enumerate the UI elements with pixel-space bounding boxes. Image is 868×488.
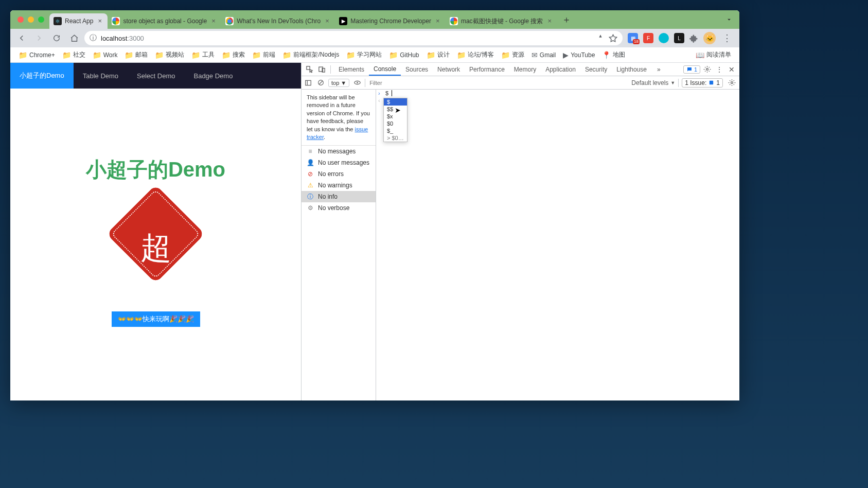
extension-icon[interactable]: L bbox=[674, 33, 684, 43]
console-filter-item[interactable]: ⊘No errors bbox=[302, 168, 376, 180]
console-sidebar-toggle-icon[interactable] bbox=[304, 77, 313, 89]
devtools-tab[interactable]: Memory bbox=[509, 63, 541, 76]
extension-icon[interactable]: ▦18 bbox=[628, 33, 638, 43]
console-output[interactable]: › $ ‹ $$$$x$0$_> $0… ➤ bbox=[376, 90, 739, 400]
tab-close-icon[interactable]: × bbox=[96, 18, 103, 25]
bookmark-item[interactable]: 📁Chrome+ bbox=[15, 49, 58, 61]
console-settings-icon[interactable] bbox=[726, 77, 737, 89]
new-tab-button[interactable]: ＋ bbox=[559, 12, 574, 27]
content-row: 小超子的DemoTable DemoSelect DemoBadge Demo … bbox=[10, 63, 739, 400]
clear-console-icon[interactable] bbox=[316, 77, 325, 89]
autocomplete-item[interactable]: $x bbox=[384, 113, 407, 120]
autocomplete-item[interactable]: $0 bbox=[384, 120, 407, 127]
tab-close-icon[interactable]: × bbox=[434, 18, 441, 25]
bookmark-item[interactable]: 📁搜索 bbox=[219, 49, 248, 61]
bookmark-item[interactable]: ✉Gmail bbox=[528, 49, 559, 61]
tab-title: What's New In DevTools (Chro bbox=[237, 18, 321, 25]
user-icon: 👤 bbox=[307, 159, 314, 166]
extension-icon[interactable] bbox=[659, 33, 669, 43]
console-filter-item[interactable]: ⚙No verbose bbox=[302, 202, 376, 214]
bookmark-item[interactable]: 📁论坛/博客 bbox=[454, 49, 497, 61]
filter-label: No user messages bbox=[318, 159, 369, 166]
translate-icon[interactable] bbox=[596, 34, 605, 42]
devtools-tab[interactable]: Elements bbox=[334, 63, 369, 76]
devtools-menu-icon[interactable]: ⋮ bbox=[714, 64, 725, 75]
autocomplete-item[interactable]: $ bbox=[384, 98, 407, 106]
bookmark-item[interactable]: 📁GitHub bbox=[386, 49, 422, 61]
console-filter-item[interactable]: ⚠No warnings bbox=[302, 180, 376, 191]
bookmark-item[interactable]: 📁学习网站 bbox=[343, 49, 385, 61]
home-button[interactable] bbox=[67, 31, 81, 45]
tab-overflow-button[interactable] bbox=[723, 13, 735, 26]
browser-tab[interactable]: ⚛React App× bbox=[49, 13, 108, 29]
devtools-more-tabs[interactable]: » bbox=[652, 63, 665, 76]
minimize-window-button[interactable] bbox=[28, 16, 34, 23]
extension-icon[interactable]: F bbox=[643, 33, 653, 43]
devtools-tab[interactable]: Performance bbox=[465, 63, 509, 76]
browser-tab[interactable]: mac截图快捷键 - Google 搜索× bbox=[446, 13, 557, 29]
page-nav-item[interactable]: Select Demo bbox=[128, 63, 184, 89]
bookmark-item[interactable]: 📁前端 bbox=[249, 49, 278, 61]
console-filter-item[interactable]: ⓘNo info bbox=[302, 191, 376, 202]
page-nav-item[interactable]: 小超子的Demo bbox=[10, 63, 74, 89]
extensions-menu-icon[interactable] bbox=[689, 34, 698, 43]
page-nav-item[interactable]: Badge Demo bbox=[184, 63, 242, 89]
forward-button[interactable] bbox=[32, 31, 46, 45]
site-info-icon[interactable]: ⓘ bbox=[90, 33, 97, 43]
chrome-menu-button[interactable]: ⋮ bbox=[721, 32, 733, 44]
devtools-tab[interactable]: Security bbox=[580, 63, 612, 76]
bookmark-item[interactable]: 📁工具 bbox=[188, 49, 218, 61]
bookmark-item[interactable]: 📁设计 bbox=[423, 49, 453, 61]
live-expression-icon[interactable] bbox=[352, 77, 362, 89]
bookmark-item[interactable]: 📖阅读清单 bbox=[693, 49, 734, 61]
browser-tab[interactable]: ▶Mastering Chrome Developer× bbox=[335, 13, 446, 29]
issues-badge[interactable]: 1 Issue: 1 bbox=[682, 78, 723, 88]
bookmark-label: 阅读清单 bbox=[706, 50, 731, 59]
bookmark-star-icon[interactable] bbox=[609, 34, 617, 43]
bookmark-item[interactable]: 📁邮箱 bbox=[121, 49, 151, 61]
autocomplete-item[interactable]: $_ bbox=[384, 127, 407, 134]
console-filter-item[interactable]: ≡No messages bbox=[302, 146, 376, 157]
bookmark-item[interactable]: 📍地图 bbox=[599, 49, 628, 61]
console-levels-select[interactable]: Default levels▼ bbox=[631, 79, 675, 86]
devtools-settings-icon[interactable] bbox=[701, 64, 713, 75]
devtools-tab[interactable]: Network bbox=[433, 63, 465, 76]
folder-icon: 📁 bbox=[93, 51, 101, 59]
tab-close-icon[interactable]: × bbox=[546, 18, 553, 25]
autocomplete-item[interactable]: > $0… bbox=[384, 134, 407, 142]
bookmark-item[interactable]: 📁资源 bbox=[498, 49, 527, 61]
console-filter-input[interactable] bbox=[368, 79, 471, 87]
profile-avatar[interactable]: 🐱 bbox=[703, 32, 716, 44]
inspect-element-icon[interactable] bbox=[304, 64, 315, 75]
devtools-close-icon[interactable]: ✕ bbox=[726, 64, 737, 75]
close-window-button[interactable] bbox=[17, 16, 24, 23]
maximize-window-button[interactable] bbox=[38, 16, 44, 23]
folder-icon: 📁 bbox=[346, 51, 355, 59]
bookmark-item[interactable]: 📁视频站 bbox=[152, 49, 187, 61]
console-context-select[interactable]: top▼ bbox=[328, 79, 349, 87]
back-button[interactable] bbox=[14, 31, 29, 45]
bookmark-item[interactable]: ▶YouTube bbox=[560, 49, 598, 61]
reload-button[interactable] bbox=[49, 31, 64, 45]
devtools-tab[interactable]: Lighthouse bbox=[612, 63, 651, 76]
play-button[interactable]: 👐👐👐快来玩啊🎉🎉🎉 bbox=[112, 311, 200, 327]
devtools-tab[interactable]: Sources bbox=[401, 63, 433, 76]
devtools-tab[interactable]: Application bbox=[541, 63, 580, 76]
browser-tab[interactable]: What's New In DevTools (Chro× bbox=[221, 13, 335, 29]
bookmark-item[interactable]: 📁Work bbox=[90, 49, 121, 61]
console-filter-item[interactable]: 👤No user messages bbox=[302, 157, 376, 168]
devtools-tab[interactable]: Console bbox=[369, 63, 401, 76]
bookmark-item[interactable]: 📁社交 bbox=[59, 49, 88, 61]
console-input-line[interactable]: › $ bbox=[376, 90, 739, 97]
page-nav-item[interactable]: Table Demo bbox=[74, 63, 128, 89]
devtools-tabbar: ElementsConsoleSourcesNetworkPerformance… bbox=[302, 63, 739, 76]
device-toolbar-icon[interactable] bbox=[316, 64, 327, 75]
bookmark-item[interactable]: 📁前端框架/Nodejs bbox=[279, 49, 342, 61]
autocomplete-item[interactable]: $$ bbox=[384, 106, 407, 113]
address-bar[interactable]: ⓘ localhost:3000 bbox=[84, 31, 623, 45]
tab-favicon bbox=[450, 17, 458, 25]
tab-close-icon[interactable]: × bbox=[324, 18, 331, 25]
browser-tab[interactable]: store object as global - Google× bbox=[108, 13, 221, 29]
devtools-messages-badge[interactable]: 1 bbox=[683, 65, 700, 74]
tab-close-icon[interactable]: × bbox=[210, 18, 217, 25]
